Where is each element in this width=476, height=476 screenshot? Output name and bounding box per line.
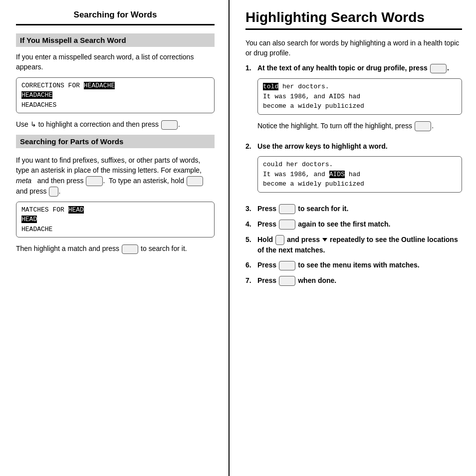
screen-line1-highlight: HEADACHE bbox=[84, 82, 115, 89]
down-arrow-icon bbox=[322, 238, 327, 241]
corrections-screen: CORRECTIONS FOR HEADACHE HEADACHE HEADAC… bbox=[16, 77, 215, 114]
step7-num: 7. bbox=[245, 275, 254, 286]
section1-header: If You Misspell a Search Word bbox=[16, 33, 215, 47]
step-5: 5. Hold and press repeatedly to see the … bbox=[245, 235, 462, 255]
screen-line3: HEADACHES bbox=[21, 100, 209, 110]
key-step1 bbox=[430, 64, 447, 73]
step-7: 7. Press when done. bbox=[245, 275, 462, 286]
right-intro: You can also search for words by highlig… bbox=[245, 38, 462, 58]
key-enter-1 bbox=[161, 120, 178, 130]
step5-num: 5. bbox=[245, 235, 254, 255]
right-top-divider bbox=[245, 28, 462, 30]
matches-screen: MATCHES FOR HEAD HEAD HEADACHE bbox=[16, 202, 215, 238]
meta-italic: meta bbox=[16, 177, 31, 185]
screen-line1-plain: CORRECTIONS FOR bbox=[21, 82, 84, 89]
step6-text: Press to see the menu items with matches… bbox=[257, 261, 420, 269]
screen-line2: HEADACHE bbox=[21, 90, 209, 100]
step2-screen: could her doctors. It was 1986, and AIDS… bbox=[257, 156, 462, 193]
step1-content: At the text of any health topic or drug … bbox=[257, 63, 462, 136]
step6-content: Press to see the menu items with matches… bbox=[257, 260, 462, 270]
matches-line2-highlight: HEAD bbox=[21, 216, 37, 223]
step4-num: 4. bbox=[245, 219, 254, 230]
step2-screen-line1: could her doctors. bbox=[263, 160, 457, 170]
section1-body1: If you enter a misspelled search word, a… bbox=[16, 52, 215, 72]
key-step1b bbox=[415, 121, 431, 131]
section2-header: Searching for Parts of Words bbox=[16, 135, 215, 148]
step7-text: Press when done. bbox=[257, 276, 336, 284]
step1-text: At the text of any health topic or drug … bbox=[257, 64, 449, 72]
key-step6 bbox=[279, 261, 295, 270]
step-2: 2. Use the arrow keys to highlight a wor… bbox=[245, 141, 462, 199]
key-step5-hold bbox=[275, 235, 284, 244]
step2-screen-line3: become a widely publicized bbox=[263, 179, 457, 189]
top-divider bbox=[16, 24, 215, 25]
step2-plain1: It was 1986, and bbox=[263, 171, 329, 178]
step1-screen-line2: It was 1986, and AIDS had bbox=[263, 92, 457, 102]
screen-line1: CORRECTIONS FOR HEADACHE bbox=[21, 81, 209, 91]
right-column: Highlighting Search Words You can also s… bbox=[230, 0, 476, 476]
step5-content: Hold and press repeatedly to see the Out… bbox=[257, 235, 462, 255]
step3-num: 3. bbox=[245, 204, 254, 214]
step4-text: Press again to see the first match. bbox=[257, 220, 390, 228]
screen-line2-highlight: HEADACHE bbox=[21, 91, 52, 99]
step-6: 6. Press to see the menu items with matc… bbox=[245, 260, 462, 270]
step6-num: 6. bbox=[245, 260, 254, 270]
step1-note: Notice the highlight. To turn off the hi… bbox=[257, 121, 462, 131]
step1-num: 1. bbox=[245, 63, 254, 136]
step2-content: Use the arrow keys to highlight a word. … bbox=[257, 141, 462, 199]
step1-screen-line3: become a widely publicized bbox=[263, 101, 457, 111]
key-asterisk bbox=[49, 187, 58, 196]
right-title: Highlighting Search Words bbox=[245, 10, 462, 25]
left-column: Searching for Words If You Misspell a Se… bbox=[0, 0, 230, 476]
steps-list: 1. At the text of any health topic or dr… bbox=[245, 63, 462, 285]
matches-line3: HEADACHE bbox=[21, 225, 209, 235]
matches-line1-plain: MATCHES FOR bbox=[21, 206, 68, 214]
step2-num: 2. bbox=[245, 141, 254, 199]
matches-line1: MATCHES FOR HEAD bbox=[21, 205, 209, 215]
matches-line2-filler bbox=[37, 216, 107, 223]
step-1: 1. At the text of any health topic or dr… bbox=[245, 63, 462, 136]
step7-content: Press when done. bbox=[257, 275, 462, 286]
step2-text: Use the arrow keys to highlight a word. bbox=[257, 142, 388, 150]
step1-screen: told her doctors. It was 1986, and AIDS … bbox=[257, 78, 462, 115]
step2-plain2: had bbox=[345, 171, 360, 178]
left-title: Searching for Words bbox=[16, 10, 215, 20]
step1-plain: her doctors. bbox=[278, 83, 329, 90]
step3-content: Press to search for it. bbox=[257, 204, 462, 214]
section2-body1: If you want to find prefixes, suf­fixes,… bbox=[16, 155, 215, 197]
key-step7 bbox=[279, 276, 295, 285]
key-enter-2 bbox=[86, 176, 102, 186]
step5-text: Hold and press repeatedly to see the Out… bbox=[257, 236, 458, 254]
step-3: 3. Press to search for it. bbox=[245, 204, 462, 214]
step1-highlight-word: told bbox=[263, 83, 278, 90]
step4-content: Press again to see the first match. bbox=[257, 219, 462, 230]
step1-screen-line1: told her doctors. bbox=[263, 82, 457, 92]
key-step3 bbox=[279, 204, 295, 214]
step2-highlight-word: AIDS bbox=[329, 171, 345, 178]
section1-body2: Use ↳ to highlight a correction and then… bbox=[16, 119, 215, 130]
matches-line2: HEAD bbox=[21, 215, 209, 225]
section2-body2: Then highlight a match and press to sear… bbox=[16, 243, 215, 254]
screen-line2-filler bbox=[52, 91, 91, 99]
step3-text: Press to search for it. bbox=[257, 205, 348, 213]
key-enter-3 bbox=[122, 244, 138, 254]
key-hold-1 bbox=[187, 176, 203, 186]
step2-screen-line2: It was 1986, and AIDS had bbox=[263, 170, 457, 180]
step-4: 4. Press again to see the first match. bbox=[245, 219, 462, 230]
key-step4 bbox=[279, 220, 295, 229]
matches-line1-highlight: HEAD bbox=[68, 206, 84, 214]
